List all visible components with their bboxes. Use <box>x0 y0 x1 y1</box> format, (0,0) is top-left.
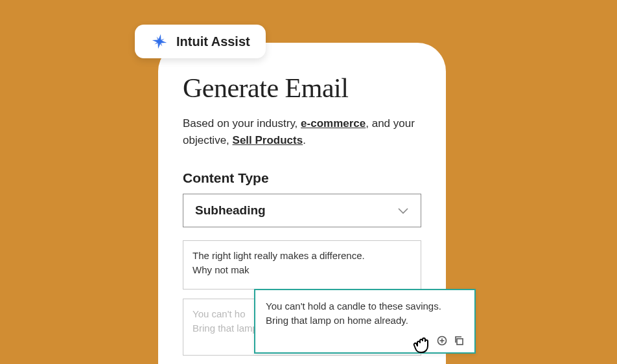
suggestion-line1: The right light really makes a differenc… <box>192 249 412 263</box>
objective-link[interactable]: Sell Products <box>233 134 303 146</box>
suggestion-line2: Why not mak <box>192 263 412 277</box>
context-prefix: Based on your industry, <box>183 117 301 130</box>
dragged-suggestion-card[interactable]: You can't hold a candle to these savings… <box>254 289 476 354</box>
assist-badge-label: Intuit Assist <box>176 34 250 49</box>
tooltip-actions <box>266 336 464 346</box>
grab-cursor-icon <box>412 334 434 356</box>
tooltip-line1: You can't hold a candle to these savings… <box>266 299 464 313</box>
content-type-dropdown[interactable]: Subheading <box>183 194 421 227</box>
tooltip-line2: Bring that lamp on home already. <box>266 313 464 328</box>
assist-badge: Intuit Assist <box>135 25 266 58</box>
svg-rect-7 <box>457 339 463 345</box>
panel-title: Generate Email <box>183 73 421 104</box>
suggestion-card[interactable]: The right light really makes a differenc… <box>183 240 421 290</box>
sparkle-icon <box>150 32 169 51</box>
chevron-down-icon <box>397 207 409 214</box>
context-suffix: . <box>303 134 306 146</box>
copy-icon[interactable] <box>454 336 464 346</box>
content-type-label: Content Type <box>183 170 421 186</box>
dropdown-selected: Subheading <box>195 203 266 218</box>
context-text: Based on your industry, e-commerce, and … <box>183 115 421 148</box>
industry-link[interactable]: e-commerce <box>301 117 366 130</box>
plus-circle-icon[interactable] <box>437 336 447 346</box>
